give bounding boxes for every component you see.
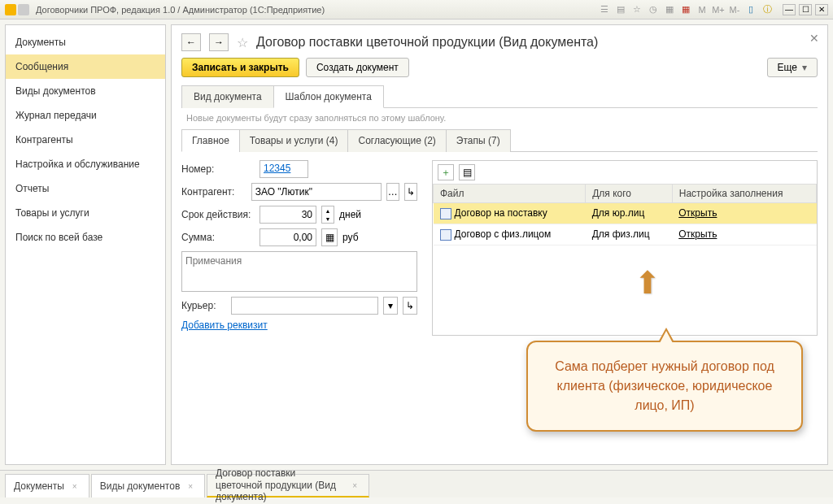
tab-close-icon[interactable]: × [352,481,357,490]
tool-icon[interactable]: ☰ [599,4,610,15]
action-toolbar: Записать и закрыть Создать документ Еще [181,58,818,77]
app-icon-1c [5,4,16,15]
counterparty-lookup-button[interactable]: … [386,183,399,201]
callout-bubble: Сама подберет нужный договор под клиента… [526,341,803,432]
subtab-approvers[interactable]: Согласующие (2) [347,129,446,152]
sidebar-item-messages[interactable]: Сообщения [6,54,165,79]
templates-table: Файл Для кого Настройка заполнения Догов… [433,184,817,245]
term-unit: дней [339,209,361,220]
clock-icon[interactable]: ◷ [648,4,659,15]
cell-for: Для физ.лиц [586,224,673,245]
tab-template[interactable]: Шаблон документа [273,85,384,108]
info-icon[interactable]: ⓘ [761,4,773,15]
page-title: Договор поставки цветочной продукции (Ви… [256,35,598,50]
calendar-icon[interactable]: ▦ [680,4,691,15]
form-area: Номер: 12345 Контрагент: … ↳ Срок действ… [181,160,818,336]
add-field-link[interactable]: Добавить реквизит [181,319,268,331]
bottom-tabs: Документы× Виды документов× Договор пост… [0,470,833,497]
col-for[interactable]: Для кого [586,185,673,203]
word-doc-icon [440,229,451,241]
save-close-button[interactable]: Записать и закрыть [181,58,299,77]
calc-icon[interactable]: ▦ [321,228,338,246]
title-bar: Договорчики ПРОФ, редакция 1.0 / Админис… [0,0,833,20]
panel-close-button[interactable]: ✕ [809,32,819,45]
btab-current[interactable]: Договор поставки цветочной продукции (Ви… [207,474,369,497]
cell-file: Договор с физ.лицом [455,228,552,240]
col-settings[interactable]: Настройка заполнения [672,185,816,203]
subtab-main[interactable]: Главное [181,129,240,152]
courier-label: Курьер: [181,300,226,311]
subtab-stages[interactable]: Этапы (7) [446,129,511,152]
sum-currency: руб [342,232,359,243]
sidebar-item-settings[interactable]: Настройка и обслуживание [6,152,165,176]
window-title: Договорчики ПРОФ, редакция 1.0 / Админис… [36,5,595,15]
sidebar-item-doc-types[interactable]: Виды документов [6,79,165,103]
btab-documents[interactable]: Документы× [5,474,89,497]
sidebar-item-goods[interactable]: Товары и услуги [6,201,165,225]
term-label: Срок действия: [181,209,255,220]
number-input[interactable]: 12345 [259,160,308,178]
cell-for: Для юр.лиц [586,203,673,224]
template-hint: Новые документы будут сразу заполняться … [186,113,818,123]
col-file[interactable]: Файл [434,185,586,203]
mplus-label[interactable]: M+ [713,4,724,15]
title-toolbar: ☰ ▤ ☆ ◷ ▦ ▦ M M+ M- ▯ ⓘ [599,4,773,15]
courier-input[interactable] [231,297,378,315]
app-icon-generic [18,4,29,15]
sub-tabs: Главное Товары и услуги (4) Согласующие … [181,129,818,152]
star-icon[interactable]: ☆ [631,4,643,15]
subtab-goods[interactable]: Товары и услуги (4) [239,129,349,152]
sidebar: Документы Сообщения Виды документов Журн… [5,24,166,465]
m-label[interactable]: M [696,4,708,15]
main-tabs: Вид документа Шаблон документа [181,85,818,108]
cell-file: Договор на поставку [455,207,547,219]
sidebar-item-reports[interactable]: Отчеты [6,176,165,201]
sum-label: Сумма: [181,232,255,243]
table-row[interactable]: Договор с физ.лицом Для физ.лиц Открыть [434,224,817,245]
calc-icon[interactable]: ▦ [664,4,675,15]
close-button[interactable]: ✕ [815,4,828,15]
form-left: Номер: 12345 Контрагент: … ↳ Срок действ… [181,160,417,336]
mminus-label[interactable]: M- [729,4,740,15]
sum-input[interactable] [259,228,316,246]
courier-dropdown-button[interactable]: ▾ [383,297,398,315]
sidebar-item-documents[interactable]: Документы [6,30,165,54]
term-spinner[interactable]: ▲▼ [321,206,334,224]
table-row[interactable]: Договор на поставку Для юр.лиц Открыть [434,203,817,224]
tab-close-icon[interactable]: × [188,482,193,491]
counterparty-input[interactable] [251,183,382,201]
sidebar-item-search[interactable]: Поиск по всей базе [6,225,165,250]
templates-panel: ＋ ▤ Файл Для кого Настройка заполнения Д… [432,160,818,336]
window-buttons: — ☐ ✕ [783,4,828,15]
nav-back-button[interactable]: ← [181,33,201,51]
minimize-button[interactable]: — [783,4,796,15]
nav-fwd-button[interactable]: → [209,33,229,51]
sidebar-item-counterparties[interactable]: Контрагенты [6,128,165,152]
more-button[interactable]: Еще [767,58,818,77]
tab-close-icon[interactable]: × [72,482,77,491]
layout-icon[interactable]: ▯ [745,4,757,15]
open-link[interactable]: Открыть [678,207,717,219]
word-doc-icon [440,208,451,219]
number-label: Номер: [181,163,255,175]
counterparty-label: Контрагент: [181,186,246,198]
tab-view[interactable]: Вид документа [181,85,274,108]
maximize-button[interactable]: ☐ [799,4,812,15]
notes-textarea[interactable] [181,251,417,292]
doc-header: ← → ☆ Договор поставки цветочной продукц… [181,33,818,51]
term-input[interactable] [259,206,316,224]
doc-template-button[interactable]: ▤ [459,164,475,180]
open-link[interactable]: Открыть [678,228,717,240]
tool-icon[interactable]: ▤ [615,4,626,15]
courier-open-button[interactable]: ↳ [403,297,417,315]
counterparty-open-button[interactable]: ↳ [404,183,417,201]
sidebar-item-journal[interactable]: Журнал передачи [6,103,165,128]
add-template-button[interactable]: ＋ [438,164,454,180]
callout-arrow-icon: ⬆ [635,265,661,301]
create-doc-button[interactable]: Создать документ [306,58,409,77]
btab-doc-types[interactable]: Виды документов× [91,474,205,497]
favorite-star-icon[interactable]: ☆ [237,35,248,50]
content-panel: ✕ ← → ☆ Договор поставки цветочной проду… [171,24,828,465]
app-icons [5,4,29,15]
